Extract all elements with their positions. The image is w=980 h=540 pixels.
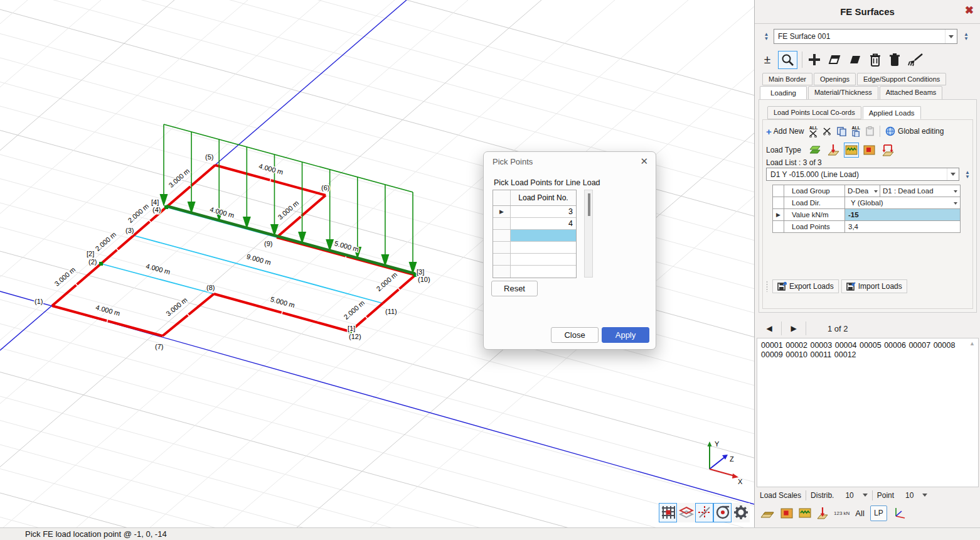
cut-icon[interactable]	[823, 127, 831, 136]
chevron-down-icon[interactable]	[945, 30, 957, 43]
load-group-dropdown[interactable]: D1 : Dead Load	[880, 185, 961, 197]
dimension-label: 2.000 m	[375, 271, 398, 293]
surface-selector[interactable]: FE Surface 001	[774, 29, 957, 44]
rotate-center-icon[interactable]	[713, 503, 732, 522]
line-load-display-icon[interactable]	[799, 507, 811, 519]
global-editing-button[interactable]: Global editing	[885, 126, 944, 136]
close-icon[interactable]: ✖	[965, 5, 974, 16]
distrib-value[interactable]: 10	[845, 491, 853, 500]
load-point-cell[interactable]	[511, 242, 576, 253]
copy-all-icon[interactable]: ALL	[851, 126, 860, 137]
load-point-cell[interactable]	[511, 254, 576, 265]
layers-icon[interactable]	[677, 503, 695, 522]
load-point-cell[interactable]: 3	[511, 206, 576, 217]
close-button[interactable]: Close	[551, 327, 599, 343]
load-point-row[interactable]	[493, 266, 576, 278]
moving-load-icon[interactable]	[880, 143, 895, 158]
snap-axes-icon[interactable]	[695, 503, 713, 522]
load-point-row[interactable]	[493, 242, 576, 254]
value-input[interactable]: -15	[845, 209, 961, 220]
add-point-icon[interactable]	[807, 53, 822, 66]
triad-axis-label: Z	[730, 455, 734, 463]
pager-prev-icon[interactable]: ◀	[761, 324, 777, 333]
lp-toggle-button[interactable]: LP	[870, 505, 887, 521]
tab-loading[interactable]: Loading	[760, 86, 807, 100]
plate-load-display-icon[interactable]	[760, 506, 775, 520]
triad-x-axis	[710, 469, 735, 476]
table-scrollbar[interactable]	[584, 190, 593, 278]
load-point-row[interactable]: ▶3	[493, 206, 576, 218]
eraser-light-icon[interactable]	[826, 53, 843, 66]
eraser-solid-icon[interactable]	[847, 53, 863, 66]
patch-load-display-icon[interactable]	[780, 507, 793, 519]
load-point-cell[interactable]: 4	[511, 218, 576, 229]
trash-solid-icon[interactable]	[887, 53, 902, 67]
zoom-search-icon[interactable]	[778, 51, 797, 69]
reset-button[interactable]: Reset	[491, 281, 538, 296]
surface-load-icon[interactable]	[807, 143, 823, 158]
chevron-down-icon[interactable]	[947, 168, 959, 180]
load-list-spinner[interactable]: ▲▼	[963, 167, 972, 182]
load-list-dropdown[interactable]: D1 Y -015.000 (Line Load)	[766, 168, 959, 181]
subtab-load-points-local-coords[interactable]: Load Points Local Co-ords	[767, 106, 861, 119]
grid-toggle-icon[interactable]	[659, 503, 677, 522]
load-points-input[interactable]: 3,4	[845, 221, 961, 232]
add-new-button[interactable]: + Add New	[766, 126, 804, 137]
pager-next-icon[interactable]: ▶	[786, 324, 802, 333]
point-scale-value[interactable]: 10	[905, 491, 913, 500]
load-group-short-dropdown[interactable]: D-Dea	[845, 185, 880, 197]
tab-openings[interactable]: Openings	[814, 73, 856, 85]
load-values-badge[interactable]: 123 kN	[834, 510, 850, 516]
broom-clean-icon[interactable]	[907, 53, 924, 67]
tab-material-thickness[interactable]: Material/Thickness	[808, 86, 878, 100]
load-dir-dropdown[interactable]: Y (Global)	[845, 197, 961, 208]
export-loads-button[interactable]: Export Loads	[772, 279, 839, 293]
load-point-row[interactable]	[493, 230, 576, 242]
paste-icon[interactable]	[865, 126, 875, 136]
load-scales-bar: Load Scales Distrib. 10 Point 10	[760, 489, 927, 502]
load-point-row[interactable]	[493, 254, 576, 266]
toolbar-separator	[880, 126, 880, 137]
tab-main-border[interactable]: Main Border	[762, 73, 812, 85]
dimension-label: 4.000 m	[258, 162, 284, 176]
load-point-cell[interactable]	[511, 230, 576, 241]
patch-load-icon[interactable]	[862, 143, 877, 158]
trash-outline-icon[interactable]	[868, 53, 883, 67]
point-load-display-icon[interactable]	[817, 507, 828, 519]
node-ids-textarea[interactable]: 00001 00002 00003 00004 00005 00006 0000…	[757, 338, 979, 487]
point-number-label: (9)	[264, 240, 272, 247]
point-dropdown-icon[interactable]	[922, 494, 927, 499]
copy-icon[interactable]	[836, 126, 846, 136]
subtab-applied-loads[interactable]: Applied Loads	[863, 106, 921, 119]
row-marker	[493, 230, 511, 241]
surface-pager: ◀ ▶ 1 of 2	[761, 320, 848, 337]
dimension-label: 5.000 m	[270, 295, 296, 309]
triad-z-axis	[710, 457, 725, 469]
grid-line	[0, 517, 754, 528]
load-point-row[interactable]: 4	[493, 218, 576, 230]
point-load-on-plate-icon[interactable]	[826, 143, 841, 158]
plus-icon: +	[766, 126, 772, 137]
surface-spinner-right[interactable]: ▲▼	[962, 29, 971, 44]
local-axes-icon[interactable]	[893, 506, 907, 520]
plus-minus-icon[interactable]: ±	[761, 53, 774, 67]
scroll-up-icon[interactable]: ▲	[969, 340, 975, 347]
tab-edge-support-conditions[interactable]: Edge/Support Conditions	[857, 73, 946, 85]
line-load-icon[interactable]	[844, 143, 859, 158]
cut-all-icon[interactable]: ALL	[809, 126, 818, 138]
tab-attached-beams[interactable]: Attached Beams	[880, 86, 943, 100]
row-marker	[493, 266, 511, 278]
load-display-bar: 123 kN All LP	[760, 504, 907, 522]
surface-spinner-left[interactable]: ▲▼	[762, 29, 770, 44]
load-group-label: Load Group	[784, 185, 845, 197]
show-all-button[interactable]: All	[855, 509, 864, 518]
apply-button[interactable]: Apply	[602, 327, 649, 343]
scrollbar-thumb[interactable]	[588, 193, 590, 216]
distrib-dropdown-icon[interactable]	[863, 494, 868, 499]
import-loads-button[interactable]: Import Loads	[841, 279, 907, 293]
dimension-label: 9.000 m	[246, 252, 272, 266]
global-editing-label: Global editing	[898, 127, 944, 136]
dialog-close-icon[interactable]: ✕	[640, 156, 648, 167]
load-point-cell[interactable]	[511, 266, 576, 278]
settings-gear-icon[interactable]	[732, 503, 750, 522]
